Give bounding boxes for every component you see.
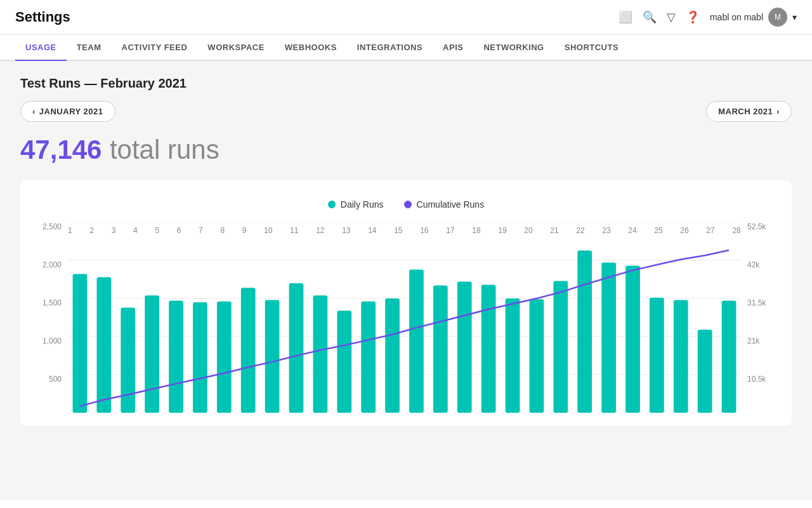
y-left-label-3: 1,500 <box>43 298 62 307</box>
app-title: Settings <box>15 9 70 25</box>
svg-rect-33 <box>722 301 737 413</box>
search-icon[interactable]: 🔍 <box>643 10 657 24</box>
nav-item-activity-feed[interactable]: ACTIVITY FEED <box>112 35 198 61</box>
y-right-label-2: 42k <box>747 260 759 269</box>
y-axis-right: 52.5k 42k 31.5k 21k 10.5k <box>741 222 779 413</box>
svg-rect-18 <box>361 302 376 413</box>
svg-rect-23 <box>481 284 496 413</box>
filter-icon[interactable]: ▽ <box>667 10 676 24</box>
svg-rect-31 <box>674 300 688 413</box>
header: Settings ⬜ 🔍 ▽ ❓ mabl on mabl M ▾ <box>0 0 812 35</box>
avatar: M <box>768 8 787 27</box>
nav-item-apis[interactable]: APIS <box>433 35 473 61</box>
main-content: Test Runs — February 2021 ‹ JANUARY 2021… <box>0 61 812 500</box>
svg-rect-17 <box>337 311 351 413</box>
nav-item-usage[interactable]: USAGE <box>15 35 67 61</box>
svg-rect-20 <box>409 269 424 413</box>
nav-item-team[interactable]: TEAM <box>67 35 112 61</box>
svg-rect-26 <box>553 281 568 413</box>
nav-item-integrations[interactable]: INTEGRATIONS <box>347 35 433 61</box>
y-left-label-4: 1,000 <box>43 337 62 345</box>
svg-rect-13 <box>241 288 256 413</box>
y-right-label-4: 21k <box>747 337 759 345</box>
chevron-down-icon: ▾ <box>792 12 797 22</box>
svg-rect-21 <box>433 286 448 413</box>
svg-rect-11 <box>193 302 207 413</box>
svg-rect-15 <box>289 283 304 413</box>
svg-rect-10 <box>169 301 183 413</box>
daily-runs-dot <box>328 201 336 208</box>
svg-rect-12 <box>217 302 232 413</box>
next-month-button[interactable]: MARCH 2021 › <box>706 101 792 122</box>
nav-item-webhooks[interactable]: WEBHOOKS <box>275 35 347 61</box>
svg-rect-8 <box>121 307 135 413</box>
svg-rect-16 <box>313 295 328 413</box>
svg-rect-22 <box>457 282 472 413</box>
help-icon[interactable]: ❓ <box>686 10 700 24</box>
cumulative-runs-label: Cumulative Runs <box>417 199 485 210</box>
nav-item-networking[interactable]: NETWORKING <box>473 35 554 61</box>
svg-rect-32 <box>698 330 712 413</box>
svg-rect-19 <box>385 298 400 413</box>
svg-rect-7 <box>96 277 111 413</box>
next-month-label: MARCH 2021 <box>718 107 773 116</box>
total-runs-label: total runs <box>110 135 219 164</box>
prev-month-label: JANUARY 2021 <box>39 107 103 116</box>
nav-item-shortcuts[interactable]: SHORTCUTS <box>554 35 629 61</box>
svg-rect-30 <box>650 298 664 413</box>
header-right: ⬜ 🔍 ▽ ❓ mabl on mabl M ▾ <box>619 8 797 27</box>
y-right-label-5: 10.5k <box>747 375 766 384</box>
total-runs-count: 47,146 <box>20 135 102 164</box>
chart-plot-area: 1 2 3 4 5 6 7 8 9 10 11 12 13 14 15 16 1 <box>68 222 741 413</box>
total-runs-display: 47,146 total runs <box>20 135 792 165</box>
svg-rect-24 <box>506 298 520 413</box>
chart-container: Daily Runs Cumulative Runs 2,500 2,000 1… <box>20 180 792 425</box>
prev-month-button[interactable]: ‹ JANUARY 2021 <box>20 101 115 122</box>
svg-rect-28 <box>601 263 616 413</box>
chevron-left-icon: ‹ <box>32 107 36 116</box>
daily-runs-label: Daily Runs <box>341 199 384 210</box>
y-right-label-3: 31.5k <box>747 298 766 307</box>
svg-rect-9 <box>145 295 159 413</box>
nav-bar: USAGE TEAM ACTIVITY FEED WORKSPACE WEBHO… <box>0 35 812 61</box>
cumulative-runs-dot <box>404 201 412 208</box>
y-right-label-1: 52.5k <box>747 222 766 231</box>
monitor-icon[interactable]: ⬜ <box>619 10 632 24</box>
y-left-label-5: 500 <box>49 375 62 384</box>
user-menu[interactable]: mabl on mabl M ▾ <box>710 8 797 27</box>
legend-daily: Daily Runs <box>328 199 384 210</box>
nav-item-workspace[interactable]: WORKSPACE <box>197 35 274 61</box>
legend-cumulative: Cumulative Runs <box>404 199 485 210</box>
chart-svg <box>68 222 741 413</box>
page-title: Test Runs — February 2021 <box>20 76 792 91</box>
chevron-right-icon: › <box>776 107 780 116</box>
svg-rect-27 <box>577 250 592 413</box>
y-left-label-1: 2,500 <box>43 222 62 231</box>
y-axis-left: 2,500 2,000 1,500 1,000 500 <box>33 222 68 413</box>
svg-rect-14 <box>265 300 280 413</box>
user-label: mabl on mabl <box>710 12 763 22</box>
svg-rect-25 <box>530 299 544 413</box>
month-nav: ‹ JANUARY 2021 MARCH 2021 › <box>20 101 792 122</box>
chart-legend: Daily Runs Cumulative Runs <box>33 199 779 210</box>
svg-rect-6 <box>73 274 88 413</box>
svg-rect-29 <box>625 265 640 413</box>
y-left-label-2: 2,000 <box>43 260 62 269</box>
